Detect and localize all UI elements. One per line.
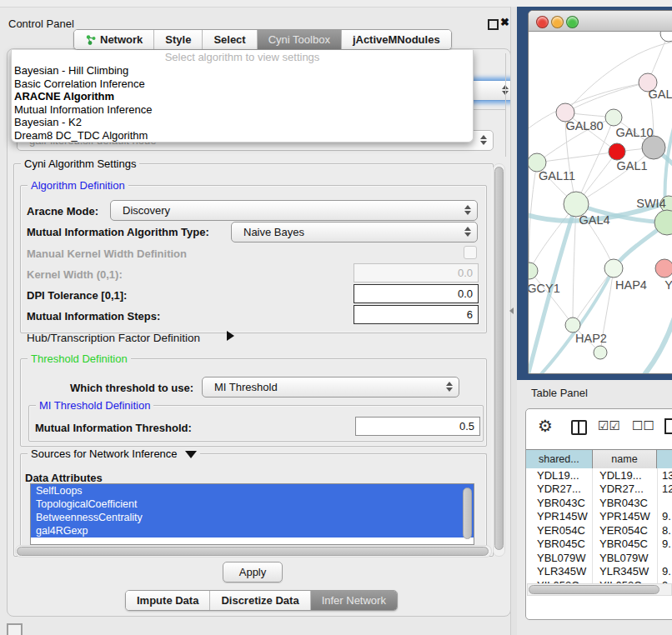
hub-section-label[interactable]: Hub/Transcription Factor Definition	[27, 332, 200, 344]
table-hscroll-thumb[interactable]	[529, 585, 659, 594]
network-node[interactable]	[660, 32, 672, 42]
table-row[interactable]: YBL079WYBL079W	[526, 551, 672, 565]
dropdown-option-mutual-information-inference[interactable]: Mutual Information Inference	[12, 103, 473, 117]
table-row[interactable]: YDL19...YDL19...13	[526, 468, 672, 482]
node-label: GAL80	[565, 119, 603, 132]
dropdown-option-bayesian-k2[interactable]: Bayesian - K2	[12, 116, 473, 129]
close-icon[interactable]: ✖	[500, 16, 509, 28]
table-cell: YPR145W	[593, 510, 658, 524]
control-panel-title: Control Panel	[8, 18, 74, 30]
edge-highlighted[interactable]	[622, 315, 672, 373]
table-cell: YER054C	[526, 523, 593, 538]
network-canvas[interactable]: GALGAL80GAL10GAL1GAL11SWI4GAL4GCY1HAP4YH…	[529, 32, 672, 373]
aracne-mode-combo[interactable]: Discovery	[110, 200, 478, 221]
dropdown-option-bayesian-hill-climbing[interactable]: Bayesian - Hill Climbing	[12, 64, 473, 78]
minimize-window-button[interactable]	[551, 16, 564, 28]
bottom-tab-infer-network[interactable]: Infer Network	[311, 591, 397, 610]
settings-hscroll-thumb[interactable]	[17, 547, 489, 556]
divider-collapse-icon[interactable]	[509, 308, 514, 314]
table-row[interactable]: YDR27...YDR27...12	[526, 482, 672, 497]
node-label: GAL11	[539, 169, 575, 182]
split-columns-icon[interactable]	[571, 420, 587, 435]
dropdown-option-basic-correlation-inference[interactable]: Basic Correlation Inference	[12, 78, 473, 91]
bottom-tabs: Impute DataDiscretize DataInfer Network	[125, 590, 398, 611]
mi-type-combo[interactable]: Naive Bayes	[231, 222, 478, 242]
tab-jactivemnodules[interactable]: jActiveMNodules	[342, 30, 451, 49]
mi-steps-value: 6	[467, 308, 473, 321]
expand-arrow-icon[interactable]	[227, 331, 234, 341]
collapse-arrow-icon[interactable]	[185, 451, 197, 458]
dropdown-option-dream8-dc-tdc-algorithm[interactable]: Dream8 DC_TDC Algorithm	[12, 129, 473, 142]
network-node[interactable]	[609, 143, 625, 160]
cyni-settings-title: Cyni Algorithm Settings	[21, 158, 139, 170]
network-node[interactable]	[529, 262, 538, 279]
data-attributes-list[interactable]: SelfLoopsTopologicalCoefficientBetweenne…	[30, 483, 474, 545]
list-scrollbar-thumb[interactable]	[463, 488, 472, 539]
column-header-cut[interactable]	[657, 450, 672, 468]
manual-kernel-checkbox[interactable]	[464, 246, 477, 259]
table-cell: YPR145W	[526, 510, 593, 524]
mi-steps-field[interactable]: 6	[354, 305, 479, 324]
network-node[interactable]	[605, 109, 622, 126]
dropdown-option-aracne-algorithm[interactable]: ARACNE Algorithm	[12, 90, 473, 103]
corner-widget[interactable]	[7, 623, 23, 635]
algorithm-dropdown-popup: Select algorithm to view settings Bayesi…	[11, 50, 474, 142]
table-body[interactable]: YDL19...YDL19...13YDR27...YDR27...12YBR0…	[526, 468, 672, 583]
mi-threshold-field[interactable]: 0.5	[355, 417, 480, 436]
table-header[interactable]: shared...name	[526, 449, 672, 469]
network-window-titlebar[interactable]	[529, 11, 672, 32]
table-row[interactable]: YLR345WYLR345W9.	[526, 565, 672, 579]
edge[interactable]	[537, 152, 617, 162]
table-cell: YBR043C	[593, 496, 658, 510]
mi-threshold-label: Mutual Information Threshold:	[35, 422, 192, 434]
attribute-item-gal4rgexp[interactable]: gal4RGexp	[31, 524, 474, 538]
network-node[interactable]	[655, 259, 672, 278]
tab-network[interactable]: Network	[74, 30, 154, 49]
edge[interactable]	[565, 82, 648, 112]
bottom-tab-discretize-data[interactable]: Discretize Data	[210, 591, 310, 610]
attribute-item-selfloops[interactable]: SelfLoops	[31, 484, 474, 498]
column-header-shared[interactable]: shared...	[526, 450, 593, 468]
mi-type-label: Mutual Information Algorithm Type:	[27, 226, 209, 238]
bottom-tab-label: Impute Data	[137, 594, 198, 607]
edge[interactable]	[565, 42, 672, 112]
column-header-name[interactable]: name	[593, 450, 658, 468]
table-row[interactable]: YPR145WYPR145W9.	[526, 510, 672, 524]
kernel-width-label: Kernel Width (0,1):	[27, 268, 123, 281]
table-cell: YDR27...	[593, 482, 658, 497]
network-node[interactable]	[642, 136, 665, 159]
table-row[interactable]: YBR043CYBR043C	[526, 496, 672, 510]
dpi-tolerance-field[interactable]: 0.0	[354, 284, 479, 303]
kernel-width-value: 0.0	[458, 267, 473, 279]
table-row[interactable]: YER054CYER054C8.	[526, 523, 672, 538]
bottom-tab-impute-data[interactable]: Impute Data	[126, 591, 210, 610]
threshold-title: Threshold Definition	[28, 352, 131, 365]
zoom-window-button[interactable]	[566, 16, 579, 28]
network-node[interactable]	[604, 259, 623, 278]
apply-button[interactable]: Apply	[223, 562, 283, 582]
close-window-button[interactable]	[536, 16, 549, 28]
attribute-item-betweennesscentrality[interactable]: BetweennessCentrality	[31, 511, 474, 524]
edge[interactable]	[529, 271, 573, 325]
table-cell: YBL079W	[526, 551, 593, 565]
tab-style[interactable]: Style	[154, 30, 203, 49]
table-row[interactable]: YBR045CYBR045C9.	[526, 538, 672, 552]
unchecked-pair-icon[interactable]: ☐☐	[632, 418, 654, 433]
kernel-width-field[interactable]: 0.0	[354, 263, 479, 282]
tab-cyni-toolbox[interactable]: Cyni Toolbox	[258, 30, 342, 49]
which-threshold-combo[interactable]: MI Threshold	[202, 377, 459, 398]
table-cell: 8.	[658, 523, 672, 538]
page-icon[interactable]	[664, 418, 672, 434]
tab-select[interactable]: Select	[203, 30, 257, 49]
table-cell: 9.	[658, 538, 672, 552]
table-cell: YBR043C	[526, 496, 593, 510]
network-node[interactable]	[565, 318, 580, 332]
float-icon[interactable]	[488, 19, 499, 30]
dpi-tolerance-label: DPI Tolerance [0,1]:	[27, 289, 127, 302]
network-node[interactable]	[594, 346, 607, 359]
checked-pair-icon[interactable]: ☑☑	[598, 418, 620, 433]
settings-vscroll-thumb[interactable]	[494, 167, 504, 550]
gear-icon[interactable]: ⚙	[538, 416, 553, 436]
attribute-item-topologicalcoefficient[interactable]: TopologicalCoefficient	[31, 498, 474, 511]
mi-steps-label: Mutual Information Steps:	[27, 310, 160, 322]
